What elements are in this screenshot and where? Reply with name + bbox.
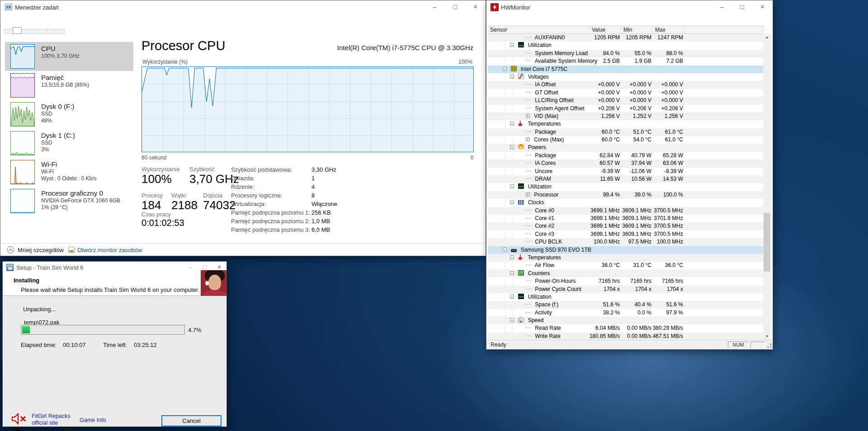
sensor-row[interactable]: Air Flow 36.0 °C 31.0 °C 36.0 °C [488,262,763,269]
sensor-row[interactable]: Package 60.0 °C 51.0 °C 61.0 °C [488,128,763,136]
sensor-row[interactable]: AUXFANIN0 1205 RPM 1205 RPM 1247 RPM [488,34,763,42]
sensor-row[interactable]: IA Offset +0.000 V +0.000 V +0.000 V [488,81,763,89]
sensor-row[interactable]: Uncore -9.39 W -12.06 W -8.39 W [488,168,763,175]
tree-expand-toggle[interactable]: − [510,184,514,188]
sensor-row[interactable]: + VID (Max) 1.256 V 1.252 V 1.256 V [488,112,763,120]
sensor-row[interactable]: − Voltages [488,73,763,81]
sensor-row[interactable]: − Powers [488,144,763,151]
sensor-row[interactable]: + Cores (Max) 60.0 °C 54.0 °C 61.0 °C [488,136,763,144]
sensor-row[interactable]: − Counters [488,270,763,277]
menu-item[interactable] [19,17,27,20]
hwmonitor-titlebar[interactable]: HWMonitor – □ × [486,0,773,14]
scroll-up-arrow[interactable]: ▲ [763,34,771,41]
column-header-value[interactable]: Value [590,26,621,33]
tree-expand-toggle[interactable]: − [510,295,514,299]
tree-expand-toggle[interactable]: + [526,192,530,197]
sensor-row[interactable]: System Memory Load 84.0 % 55.0 % 88.0 % [488,50,763,57]
scroll-down-arrow[interactable]: ▼ [763,333,771,340]
tree-expand-toggle[interactable]: − [503,67,507,71]
game-info-link[interactable]: Game Info [80,417,106,424]
minimize-button[interactable]: – [712,0,732,14]
column-header-max[interactable]: Max [653,26,684,33]
sensor-row[interactable]: Activity 38.2 % 0.0 % 97.9 % [488,309,763,317]
sensor-row[interactable]: Write Rate 180.85 MB/s 0.00 MB/s 467.51 … [488,333,763,340]
sensor-row[interactable]: System Agent Offset +0.206 V +0.206 V +0… [488,105,763,112]
tab[interactable] [47,29,56,34]
tab[interactable] [56,29,65,34]
minimize-button[interactable]: – [425,0,445,14]
tab[interactable] [13,27,22,34]
muted-speaker-icon[interactable] [11,412,28,427]
tree-expand-toggle[interactable]: + [526,137,530,141]
sensor-row[interactable]: Core #0 3699.1 MHz 3609.1 MHz 3700.5 MHz [488,207,763,215]
tree-expand-toggle[interactable]: − [510,255,514,259]
tree-expand-toggle[interactable]: − [510,43,514,47]
tree-expand-toggle[interactable]: − [510,145,514,149]
tree-expand-toggle[interactable]: − [510,271,514,275]
sidebar-item-disk1[interactable]: Dysk 1 (C:) SSD 3% [5,129,133,158]
sensor-row[interactable]: Read Rate 6.04 MB/s 0.00 MB/s 380.29 MB/… [488,324,763,332]
column-header-min[interactable]: Min [621,26,653,33]
tree-expand-toggle[interactable]: − [510,75,514,79]
sensor-row[interactable]: − Temperatures [488,120,763,128]
sensor-row[interactable]: DRAM 11.65 W 10.56 W 14.53 W [488,175,763,183]
sensor-row[interactable]: − Intel Core i7 5775C [488,66,763,73]
sensor-row[interactable]: Core #3 3699.1 MHz 3609.1 MHz 3700.5 MHz [488,230,763,238]
menu-item[interactable] [10,17,19,20]
sensor-row[interactable]: Power-On-Hours 7165 hrs 7165 hrs 7165 hr… [488,277,763,285]
tree-expand-toggle[interactable]: − [503,248,507,252]
tab[interactable] [38,29,47,34]
sensor-row[interactable]: − Temperatures [488,254,763,262]
sensor-row[interactable]: Space (f:) 51.6 % 40.4 % 51.6 % [488,301,763,309]
sidebar-item-wifi[interactable]: Wi-Fi Wi-Fi Wysł.: 0 Odebr.: 0 Kb/s [5,158,133,187]
sensor-row[interactable]: − Samsung SSD 870 EVO 1TB [488,246,763,254]
tab[interactable] [21,29,30,34]
open-resource-monitor-link[interactable]: Otwórz monitor zasobów [77,247,142,253]
column-header-sensor[interactable]: Sensor [488,26,590,33]
sidebar-item-disk0[interactable]: Dysk 0 (F:) SSD 48% [5,100,133,129]
sensor-row[interactable]: Core #1 3699.1 MHz 3609.1 MHz 3701.9 MHz [488,215,763,222]
resize-grip[interactable] [766,343,772,349]
setup-titlebar[interactable]: Setup - Train Sim World 6 – □ × [3,262,226,273]
minimize-button[interactable]: – [183,262,198,273]
tree-expand-toggle[interactable]: − [510,200,514,204]
scrollbar-thumb[interactable] [764,213,770,272]
close-button[interactable]: × [465,0,486,14]
sensor-row[interactable]: Core #2 3699.1 MHz 3609.1 MHz 3700.5 MHz [488,222,763,230]
menu-item[interactable] [2,17,10,20]
sensor-row[interactable]: − Utilization [488,293,763,301]
menu-item[interactable] [496,17,505,20]
fitgirl-link[interactable]: FitGirl Repacks official site [32,413,70,426]
sensor-row[interactable]: Package 62.84 W 40.79 W 65.28 W [488,152,763,159]
tree-expand-toggle[interactable]: + [526,114,530,118]
sidebar-item-gpu[interactable]: Procesor graficzny 0 NVIDIA GeForce GTX … [5,187,133,216]
maximize-button[interactable]: □ [732,0,752,14]
sensor-row[interactable]: − Utilization [488,42,763,49]
task-manager-titlebar[interactable]: Menedżer zadań – □ × [0,0,486,14]
maximize-button[interactable]: □ [445,0,465,14]
tab[interactable] [4,29,13,34]
sensor-row[interactable]: − Clocks [488,199,763,206]
sensor-row[interactable]: GT Offset +0.000 V +0.000 V +0.000 V [488,89,763,97]
sensor-row[interactable]: Power Cycle Count 1704 x 1704 x 1704 x [488,286,763,293]
scrollbar[interactable]: ▲ ▼ [763,34,771,340]
sidebar-item-cpu[interactable]: CPU 100% 3,70 GHz [5,42,133,71]
sensor-row[interactable]: IA Cores 60.57 W 37.94 W 63.06 W [488,159,763,167]
sensor-row[interactable]: CPU BCLK 100.0 MHz 97.5 MHz 100.0 MHz [488,238,763,246]
sensor-row[interactable]: + Processor 99.4 % 39.0 % 100.0 % [488,191,763,199]
tree-expand-toggle[interactable]: − [510,318,514,322]
tree-expand-toggle[interactable]: − [510,122,514,126]
sidebar-item-memory[interactable]: Pamięć 13,5/15,9 GB (85%) [5,71,133,100]
sensor-row[interactable]: LLC/Ring Offset +0.000 V +0.000 V +0.000… [488,97,763,104]
close-button[interactable]: × [752,0,773,14]
fewer-details-button[interactable]: Mniej szczegółów [18,247,64,253]
menu-item[interactable] [505,17,513,20]
sensor-row[interactable]: Available System Memory 2.5 GB 1.9 GB 7.… [488,57,763,65]
menu-item[interactable] [488,17,496,20]
sensor-row[interactable]: − Utilization [488,183,763,191]
menu-item[interactable] [513,17,521,20]
tab[interactable] [30,29,39,34]
sensor-label: Read Rate [535,325,561,331]
sensor-row[interactable]: − Speed [488,317,763,324]
cancel-button[interactable]: Cancel [161,415,222,426]
